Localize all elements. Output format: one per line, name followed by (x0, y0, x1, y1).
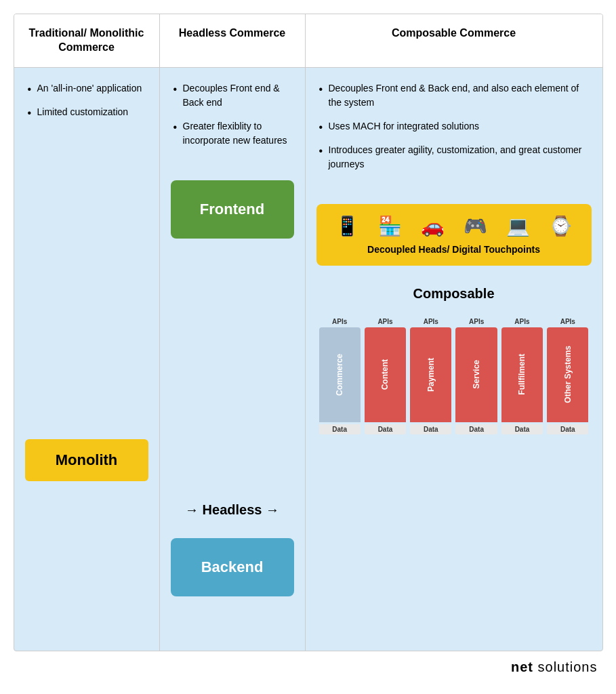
col-headless: Decouples Front end & Back end Greater f… (160, 68, 306, 651)
bar-api-label: APIs (560, 318, 575, 325)
diagram-wrapper: Traditional/ Monolithic Commerce Headles… (14, 14, 603, 651)
header-col1: Traditional/ Monolithic Commerce (14, 14, 160, 67)
gamepad-icon: 🎮 (464, 215, 487, 237)
col-composable: Decouples Front end & Back end, and also… (306, 68, 602, 651)
phone-icon: 📱 (335, 215, 359, 237)
bar-data-label: Data (365, 424, 406, 434)
frontend-box: Frontend (171, 180, 294, 239)
bar-data-label: Data (319, 424, 361, 434)
bar-unit-content: APIsContentData (365, 318, 406, 434)
bar-body: Other Systems (547, 327, 588, 422)
col2-bullet-2: Greater flexiblity to incorporate new fe… (171, 119, 294, 148)
watch-icon: ⌚ (549, 215, 573, 237)
col3-bullet-3: Introduces greater agility, customizatio… (316, 143, 592, 171)
col1-bullet-1: An 'all-in-one' application (25, 81, 148, 96)
footer: net solutions (14, 651, 603, 678)
bar-data-label: Data (410, 424, 451, 434)
bars-container: APIsCommerceDataAPIsContentDataAPIsPayme… (316, 318, 592, 434)
bar-api-label: APIs (332, 318, 347, 325)
laptop-icon: 💻 (506, 215, 530, 237)
bar-label: Content (380, 359, 390, 390)
col3-bullets: Decouples Front end & Back end, and also… (316, 81, 592, 181)
bar-label: Fullfilment (517, 354, 527, 395)
composable-evo-label: Composable (316, 279, 592, 311)
bar-unit-payment: APIsPaymentData (410, 318, 451, 434)
col3-bullet-1: Decouples Front end & Back end, and also… (316, 81, 592, 110)
header-col2: Headless Commerce (160, 14, 306, 67)
col3-bullet-2: Uses MACH for integrated solutions (316, 119, 592, 134)
brand-name: net solutions (511, 659, 598, 675)
backend-box: Backend (171, 538, 294, 596)
bar-label: Service (472, 360, 481, 389)
bar-data-label: Data (547, 424, 588, 434)
col2-bullet-1: Decouples Front end & Back end (171, 81, 294, 110)
bar-body: Fullfilment (501, 327, 543, 422)
bar-unit-other-systems: APIsOther SystemsData (547, 318, 588, 434)
bar-api-label: APIs (424, 318, 438, 325)
bar-body: Payment (410, 327, 451, 422)
bar-body: Service (455, 327, 497, 422)
header-col3: Composable Commerce (306, 14, 602, 67)
bar-label: Commerce (335, 354, 344, 396)
bar-unit-fullfilment: APIsFullfilmentData (501, 318, 543, 434)
col2-bullets: Decouples Front end & Back end Greater f… (171, 81, 294, 157)
touchpoints-icons: 📱 🏪 🚗 🎮 💻 ⌚ (326, 215, 582, 237)
col1-bullets: An 'all-in-one' application Limited cust… (25, 81, 148, 129)
bar-label: Other Systems (563, 346, 573, 403)
col1-bullet-2: Limited customization (25, 105, 148, 119)
bar-api-label: APIs (377, 318, 392, 325)
bar-api-label: APIs (514, 318, 529, 325)
bar-label: Payment (426, 358, 436, 392)
bar-unit-service: APIsServiceData (455, 318, 497, 434)
bar-data-label: Data (455, 424, 497, 434)
monolith-label: Monolith (25, 439, 148, 481)
touchpoints-label: Decoupled Heads/ Digital Touchpoints (326, 244, 582, 255)
bar-api-label: APIs (469, 318, 484, 325)
car-icon: 🚗 (421, 215, 445, 237)
header-row: Traditional/ Monolithic Commerce Headles… (14, 14, 602, 68)
bar-unit-commerce: APIsCommerceData (319, 318, 361, 434)
bar-body: Content (365, 327, 406, 422)
bar-data-label: Data (501, 424, 543, 434)
headless-evo-label: → Headless → (171, 495, 294, 525)
col-traditional: An 'all-in-one' application Limited cust… (14, 68, 160, 651)
store-icon: 🏪 (378, 215, 402, 237)
touchpoints-box: 📱 🏪 🚗 🎮 💻 ⌚ Decoupled Heads/ Digital Tou… (316, 204, 592, 266)
bar-body: Commerce (319, 327, 361, 422)
content-row: An 'all-in-one' application Limited cust… (14, 68, 602, 651)
